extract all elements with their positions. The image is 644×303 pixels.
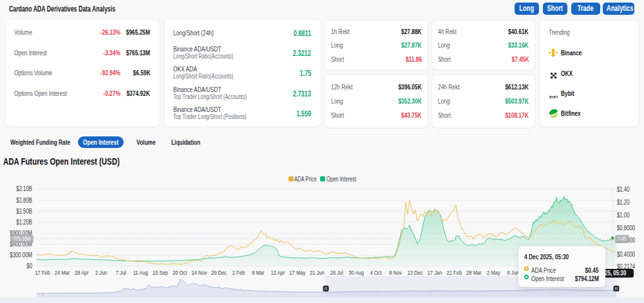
svg-text:$1.20: $1.20: [617, 199, 630, 206]
svg-text:17 Jan: 17 Jan: [428, 269, 442, 276]
svg-text:$1.50B: $1.50B: [16, 208, 32, 215]
svg-text:8 Nov: 8 Nov: [389, 269, 402, 276]
svg-text:30 Aug: 30 Aug: [348, 269, 364, 276]
svg-text:7 Jul: 7 Jul: [116, 269, 126, 276]
svg-text:12 Apr: 12 Apr: [270, 269, 285, 276]
svg-text:4 Oct: 4 Oct: [370, 269, 383, 276]
svg-text:$1.40: $1.40: [617, 186, 630, 193]
svg-text:13 Dec: 13 Dec: [407, 269, 423, 276]
svg-text:8 Mar: 8 Mar: [252, 269, 265, 276]
svg-text:17 May: 17 May: [289, 269, 306, 276]
svg-text:17 Feb: 17 Feb: [35, 269, 50, 276]
svg-text:$0: $0: [26, 263, 32, 270]
svg-text:24 Mar: 24 Mar: [55, 269, 70, 276]
svg-text:$2.10B: $2.10B: [16, 186, 32, 193]
svg-text:$1.20B: $1.20B: [16, 219, 32, 226]
svg-text:775.33M: 775.33M: [14, 235, 30, 242]
svg-text:$1.80B: $1.80B: [16, 197, 32, 204]
svg-text:20 Oct: 20 Oct: [173, 269, 187, 276]
svg-text:15 Sep: 15 Sep: [153, 269, 168, 276]
svg-text:$0.4000: $0.4000: [617, 251, 635, 258]
svg-text:24 Nov: 24 Nov: [192, 269, 208, 276]
svg-text:$300.00M: $300.00M: [10, 252, 32, 259]
svg-text:2 May: 2 May: [487, 269, 500, 276]
svg-text:2 Feb: 2 Feb: [232, 269, 245, 276]
svg-text:28 Mar: 28 Mar: [466, 269, 482, 276]
svg-text:0.45: 0.45: [618, 235, 626, 242]
svg-text:$0.8000: $0.8000: [617, 225, 635, 232]
svg-text:28 Apr: 28 Apr: [75, 269, 89, 276]
svg-text:26 Jul: 26 Jul: [330, 269, 343, 276]
svg-text:21 Feb: 21 Feb: [447, 269, 462, 276]
svg-text:29 Dec: 29 Dec: [211, 269, 227, 276]
svg-text:21 Jun: 21 Jun: [310, 269, 325, 276]
svg-text:$1.00: $1.00: [617, 212, 630, 219]
svg-text:6 Jun: 6 Jun: [507, 269, 520, 276]
svg-text:11 Aug: 11 Aug: [133, 269, 148, 276]
svg-text:2 Jun: 2 Jun: [95, 269, 108, 276]
